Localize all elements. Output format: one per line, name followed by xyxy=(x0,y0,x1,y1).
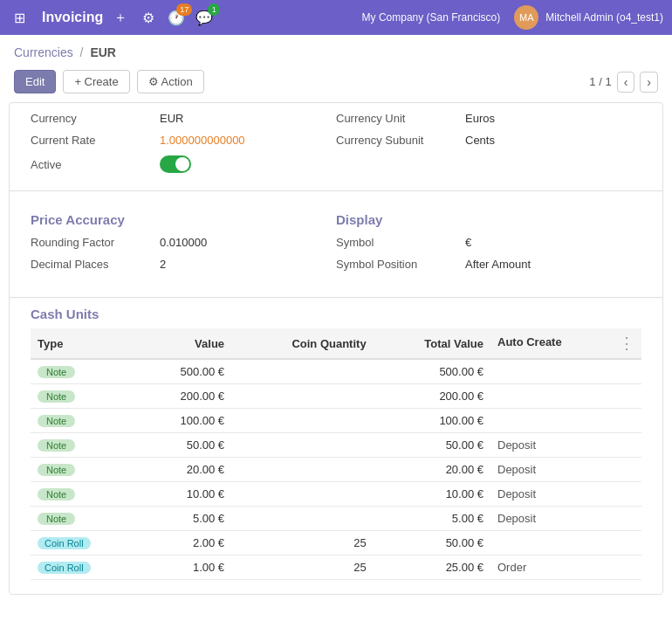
subunit-label: Currency Subunit xyxy=(336,134,458,147)
cell-total-value: 20.00 € xyxy=(374,458,490,482)
cell-auto-create: Deposit xyxy=(490,458,641,482)
cell-auto-create: Deposit xyxy=(490,433,641,458)
type-badge: Note xyxy=(38,464,75,476)
table-row[interactable]: Note 200.00 € 200.00 € xyxy=(31,384,641,409)
cell-total-value: 50.00 € xyxy=(374,531,490,555)
cell-value: 50.00 € xyxy=(138,433,231,458)
messages-badge: 1 xyxy=(208,3,220,16)
top-navigation: ⊞ Invoicing ＋ ⚙ 🕐 17 💬 1 My Company (San… xyxy=(0,0,672,35)
company-name: My Company (San Francisco) xyxy=(362,11,501,24)
cell-auto-create xyxy=(490,359,641,384)
app-name: Invoicing xyxy=(42,10,103,25)
type-badge: Coin Roll xyxy=(38,562,91,574)
cell-value: 200.00 € xyxy=(138,384,231,409)
type-badge: Note xyxy=(38,488,75,500)
rate-value: 1.000000000000 xyxy=(160,134,245,147)
price-accuracy-title: Price Accuracy xyxy=(31,212,336,227)
cell-coin-qty xyxy=(231,433,374,458)
auto-create-value: Deposit xyxy=(497,463,536,476)
display-section: Display Symbol € Symbol Position After A… xyxy=(336,205,641,279)
col-total-value: Total Value xyxy=(374,328,490,359)
breadcrumb: Currencies / EUR xyxy=(0,35,672,65)
prev-button[interactable]: ‹ xyxy=(617,72,635,93)
next-button[interactable]: › xyxy=(640,72,658,93)
edit-button[interactable]: Edit xyxy=(14,70,56,93)
rate-label: Current Rate xyxy=(31,134,153,147)
grid-icon[interactable]: ⊞ xyxy=(9,7,30,28)
activities-badge: 17 xyxy=(176,3,192,16)
action-button[interactable]: ⚙ Action xyxy=(137,70,204,93)
cell-coin-qty xyxy=(231,507,374,531)
breadcrumb-separator: / xyxy=(80,45,84,59)
activities-icon[interactable]: 🕐 17 xyxy=(166,7,187,28)
decimal-value: 2 xyxy=(160,258,166,271)
auto-create-value: Deposit xyxy=(497,487,536,500)
cell-coin-qty xyxy=(231,384,374,409)
cell-total-value: 10.00 € xyxy=(374,482,490,507)
col-value: Value xyxy=(138,328,231,359)
cell-value: 10.00 € xyxy=(138,482,231,507)
cell-type: Coin Roll xyxy=(31,531,138,555)
rounding-row: Rounding Factor 0.010000 xyxy=(31,236,336,249)
subunit-value: Cents xyxy=(465,134,495,147)
currency-row: Currency EUR xyxy=(31,112,336,125)
cell-coin-qty xyxy=(231,409,374,433)
position-row: Symbol Position After Amount xyxy=(336,258,641,271)
table-more-button[interactable]: ⋮ xyxy=(619,335,634,351)
cash-units-table: Type Value Coin Quantity Total Value Aut… xyxy=(31,328,641,580)
messages-icon[interactable]: 💬 1 xyxy=(194,7,215,28)
display-title: Display xyxy=(336,212,641,227)
subunit-row: Currency Subunit Cents xyxy=(336,134,641,147)
cash-units-section: Cash Units Type Value Coin Quantity Tota… xyxy=(10,307,662,594)
table-row[interactable]: Coin Roll 1.00 € 25 25.00 € Order xyxy=(31,555,641,580)
create-button[interactable]: + Create xyxy=(63,70,129,93)
auto-create-value: Order xyxy=(497,561,526,574)
cell-type: Note xyxy=(31,458,138,482)
rounding-label: Rounding Factor xyxy=(31,236,153,249)
cell-coin-qty: 25 xyxy=(231,531,374,555)
currency-value: EUR xyxy=(160,112,183,125)
auto-create-value: Deposit xyxy=(497,438,536,452)
table-row[interactable]: Note 5.00 € 5.00 € Deposit xyxy=(31,507,641,531)
table-row[interactable]: Note 500.00 € 500.00 € xyxy=(31,359,641,384)
breadcrumb-parent[interactable]: Currencies xyxy=(14,45,73,59)
decimal-label: Decimal Places xyxy=(31,258,153,271)
table-row[interactable]: Note 50.00 € 50.00 € Deposit xyxy=(31,433,641,458)
cell-type: Note xyxy=(31,409,138,433)
cell-coin-qty xyxy=(231,458,374,482)
table-row[interactable]: Note 10.00 € 10.00 € Deposit xyxy=(31,482,641,507)
config-icon[interactable]: ⚙ xyxy=(138,7,159,28)
cell-value: 100.00 € xyxy=(138,409,231,433)
table-row[interactable]: Note 20.00 € 20.00 € Deposit xyxy=(31,458,641,482)
user-name: Mitchell Admin (o4_test1) xyxy=(545,11,663,24)
cell-auto-create xyxy=(490,384,641,409)
cell-type: Note xyxy=(31,482,138,507)
type-badge: Note xyxy=(38,390,75,403)
cell-total-value: 50.00 € xyxy=(374,433,490,458)
cell-total-value: 25.00 € xyxy=(374,555,490,580)
cell-auto-create: Deposit xyxy=(490,482,641,507)
cell-type: Note xyxy=(31,507,138,531)
cell-total-value: 100.00 € xyxy=(374,409,490,433)
add-icon[interactable]: ＋ xyxy=(110,7,131,28)
rate-row: Current Rate 1.000000000000 xyxy=(31,134,336,147)
avatar[interactable]: MA xyxy=(514,5,538,30)
cell-auto-create xyxy=(490,531,641,555)
symbol-label: Symbol xyxy=(336,236,458,249)
breadcrumb-current: EUR xyxy=(90,45,116,59)
cell-type: Note xyxy=(31,359,138,384)
col-coin-qty: Coin Quantity xyxy=(231,328,374,359)
cell-auto-create: Deposit xyxy=(490,507,641,531)
rounding-value: 0.010000 xyxy=(160,236,207,249)
type-badge: Coin Roll xyxy=(38,537,91,549)
table-row[interactable]: Coin Roll 2.00 € 25 50.00 € xyxy=(31,531,641,555)
table-row[interactable]: Note 100.00 € 100.00 € xyxy=(31,409,641,433)
right-col: Currency Unit Euros Currency Subunit Cen… xyxy=(336,112,641,182)
left-col: Currency EUR Current Rate 1.000000000000… xyxy=(31,112,336,182)
unit-row: Currency Unit Euros xyxy=(336,112,641,125)
cell-value: 2.00 € xyxy=(138,531,231,555)
symbol-value: € xyxy=(465,236,471,249)
form-container: Currency EUR Current Rate 1.000000000000… xyxy=(9,102,663,595)
active-toggle[interactable] xyxy=(160,155,191,173)
unit-label: Currency Unit xyxy=(336,112,458,125)
